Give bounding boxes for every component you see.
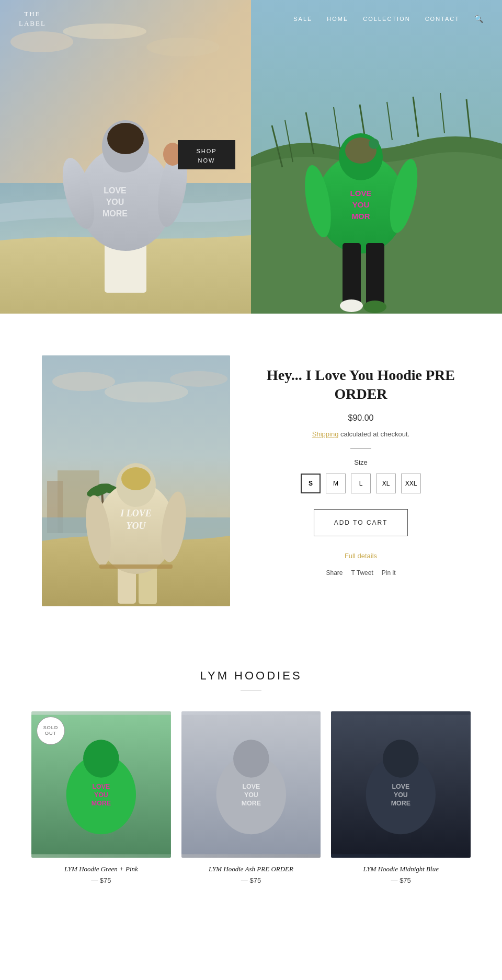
svg-text:SHOP: SHOP: [196, 148, 216, 154]
bottom-spacer: [0, 905, 502, 937]
svg-rect-31: [343, 243, 361, 306]
svg-text:MORE: MORE: [391, 800, 410, 807]
size-m-button[interactable]: M: [326, 474, 346, 493]
pin-button[interactable]: Pin it: [382, 569, 396, 577]
lym-item-3-title: LYM Hoodie Midnight Blue: [331, 865, 471, 873]
lym-item-2-title: LYM Hoodie Ash PRE ORDER: [181, 865, 321, 873]
full-details-link[interactable]: Full details: [261, 552, 460, 560]
lym-item-2-price: — $75: [181, 877, 321, 884]
nav-logo: THE LABEL: [19, 9, 46, 28]
product-image: I LOVE YOU: [42, 355, 230, 606]
svg-text:YOU: YOU: [106, 198, 124, 206]
nav-contact[interactable]: CONTACT: [425, 16, 460, 22]
svg-rect-32: [366, 243, 384, 308]
share-row: Share T Tweet Pin it: [261, 569, 460, 577]
svg-text:MORE: MORE: [92, 800, 111, 807]
shipping-info: Shipping calculated at checkout.: [261, 430, 460, 438]
main-nav: THE LABEL SALE HOME COLLECTION CONTACT 🔍: [0, 0, 502, 38]
size-xl-button[interactable]: XL: [376, 474, 396, 493]
lym-item-3-price: — $75: [331, 877, 471, 884]
size-options: S M L XL XXL: [261, 474, 460, 493]
svg-rect-38: [178, 140, 235, 169]
svg-point-33: [340, 299, 363, 312]
svg-text:YOU: YOU: [127, 521, 146, 531]
sold-out-badge: SOLDOUT: [37, 717, 65, 745]
product-section: I LOVE YOU Hey... I Love You Hoodie PRE …: [0, 314, 502, 638]
lym-product-grid: SOLDOUT LOVE YOU MORE: [31, 711, 471, 884]
svg-rect-60: [99, 564, 173, 569]
svg-point-44: [170, 371, 227, 387]
svg-point-8: [107, 123, 144, 154]
svg-text:LOVE: LOVE: [392, 783, 410, 790]
svg-point-3: [146, 38, 220, 56]
share-button[interactable]: Share: [326, 569, 343, 577]
product-divider: [350, 448, 371, 449]
svg-text:YOU: YOU: [352, 200, 370, 209]
svg-text:LOVE: LOVE: [242, 783, 260, 790]
svg-point-42: [52, 372, 115, 391]
nav-search-icon[interactable]: 🔍: [474, 15, 483, 24]
lym-section: LYM HOODIES SOLDOUT LOVE YOU: [0, 638, 502, 905]
svg-text:LOVE: LOVE: [104, 186, 127, 195]
svg-text:MOR: MOR: [352, 212, 370, 221]
svg-text:NOW: NOW: [198, 157, 215, 164]
svg-text:LOVE: LOVE: [92, 783, 110, 790]
product-price: $90.00: [261, 413, 460, 423]
svg-point-75: [383, 740, 419, 777]
lym-item-1[interactable]: SOLDOUT LOVE YOU MORE: [31, 711, 171, 884]
svg-point-34: [363, 301, 386, 313]
product-details: Hey... I Love You Hoodie PRE ORDER $90.0…: [261, 355, 460, 577]
svg-text:YOU: YOU: [394, 791, 408, 799]
hero-section: LOVE YOU MORE: [0, 0, 502, 314]
svg-point-69: [233, 740, 269, 777]
lym-item-1-price: — $75: [31, 877, 171, 884]
lym-item-3-image: LOVE YOU MORE: [331, 711, 471, 858]
svg-text:I LOVE: I LOVE: [120, 508, 152, 518]
lym-item-2-image: LOVE YOU MORE: [181, 711, 321, 858]
size-xxl-button[interactable]: XXL: [401, 474, 421, 493]
tweet-button[interactable]: T Tweet: [351, 569, 373, 577]
svg-point-28: [369, 139, 379, 149]
nav-links: SALE HOME COLLECTION CONTACT 🔍: [293, 15, 483, 24]
svg-text:LOVE: LOVE: [350, 189, 372, 198]
add-to-cart-button[interactable]: ADD TO CART: [314, 509, 408, 536]
svg-point-63: [83, 740, 119, 777]
lym-item-3[interactable]: LOVE YOU MORE LYM Hoodie Midnight Blue —…: [331, 711, 471, 884]
svg-point-43: [105, 382, 188, 402]
nav-home[interactable]: HOME: [327, 16, 348, 22]
nav-sale[interactable]: SALE: [293, 16, 312, 22]
svg-text:YOU: YOU: [94, 791, 108, 799]
svg-point-55: [121, 467, 151, 490]
product-image-svg: I LOVE YOU: [42, 355, 230, 606]
svg-text:MORE: MORE: [241, 800, 260, 807]
lym-section-title: LYM HOODIES: [31, 669, 471, 683]
nav-collection[interactable]: COLLECTION: [363, 16, 410, 22]
lym-item-1-title: LYM Hoodie Green + Pink: [31, 865, 171, 873]
lym-item-2[interactable]: LOVE YOU MORE LYM Hoodie Ash PRE ORDER —…: [181, 711, 321, 884]
size-label: Size: [261, 458, 460, 466]
size-l-button[interactable]: L: [351, 474, 371, 493]
shipping-link[interactable]: Shipping: [312, 430, 339, 438]
svg-text:MORE: MORE: [102, 209, 128, 218]
svg-text:YOU: YOU: [244, 791, 258, 799]
lym-divider: [241, 690, 261, 690]
size-s-button[interactable]: S: [301, 474, 321, 493]
product-title: Hey... I Love You Hoodie PRE ORDER: [261, 366, 460, 404]
